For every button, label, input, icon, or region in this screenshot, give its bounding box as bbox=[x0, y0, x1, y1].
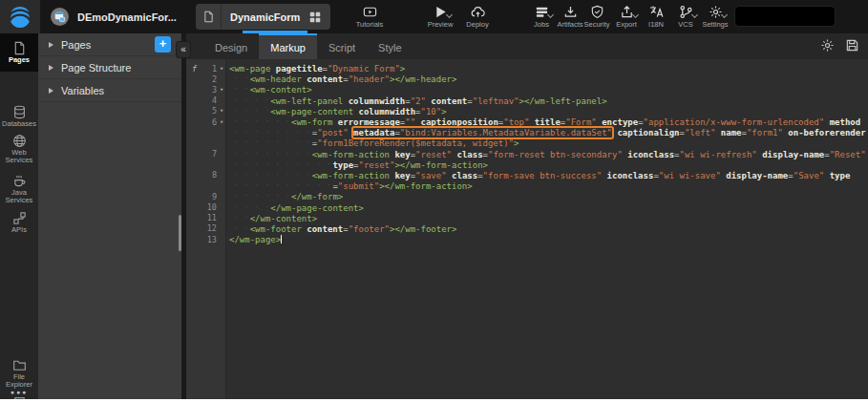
user-account-area[interactable] bbox=[734, 6, 836, 27]
gutter-cell[interactable]: 3▾ bbox=[186, 84, 226, 95]
gutter-cell[interactable] bbox=[186, 138, 226, 148]
gutter-cell[interactable]: 4 bbox=[186, 95, 226, 106]
code-token: "post" bbox=[317, 128, 349, 138]
gutter-cell[interactable]: 5▾ bbox=[186, 106, 226, 116]
gutter-cell[interactable]: 7 bbox=[186, 149, 226, 159]
code-token: "Dynamic Form" bbox=[328, 64, 400, 74]
code-line[interactable]: 6▾<wm-form errormessage="" captionpositi… bbox=[186, 116, 868, 127]
save-icon[interactable] bbox=[845, 38, 859, 53]
panel-scrollbar[interactable] bbox=[179, 215, 181, 251]
sidebar-item-java-services[interactable]: Java Services bbox=[0, 174, 38, 204]
code-line[interactable]: 10</wm-page-content> bbox=[186, 201, 868, 212]
code-token: content bbox=[307, 224, 343, 234]
code-line[interactable]: type="reset"></wm-form-action> bbox=[186, 159, 868, 170]
code-line[interactable]: 9</wm-form> bbox=[186, 191, 868, 201]
code-token: type bbox=[332, 160, 353, 170]
explorer-section-page-structure[interactable]: Page Structure bbox=[38, 56, 181, 79]
code-line[interactable]: 12<wm-footer content="footer"></wm-foote… bbox=[186, 223, 868, 234]
gutter-cell[interactable]: 11 bbox=[186, 213, 226, 223]
code-token: class bbox=[452, 171, 477, 180]
code-line[interactable]: 5▾<wm-page-content columnwidth="10"> bbox=[186, 106, 868, 116]
code-token: key bbox=[394, 150, 410, 159]
fold-arrow-icon[interactable]: ▾ bbox=[217, 65, 226, 73]
code-line[interactable]: 4<wm-left-panel columnwidth="2" content=… bbox=[186, 95, 868, 106]
code-text: <wm-form-action key="reset" class="form-… bbox=[226, 149, 866, 159]
code-token: "leftnav" bbox=[473, 96, 519, 106]
fold-arrow-icon[interactable]: ▾ bbox=[217, 118, 226, 126]
code-token: name bbox=[721, 128, 742, 138]
markup-settings-gear-icon[interactable] bbox=[820, 38, 835, 53]
code-line[interactable]: 7<wm-form-action key="reset" class="form… bbox=[186, 149, 868, 159]
code-line[interactable]: 13</wm-page> bbox=[186, 234, 868, 244]
sidebar-item-databases[interactable]: Databases bbox=[0, 105, 38, 128]
code-text: ="form1BeforeRender($metadata, widget)"> bbox=[226, 138, 519, 148]
export-icon bbox=[619, 5, 634, 19]
gutter-cell[interactable] bbox=[186, 159, 226, 170]
left-rail: ●●● PagesDatabasesWeb ServicesJava Servi… bbox=[0, 33, 38, 399]
add-page-button[interactable]: + bbox=[155, 36, 171, 53]
more-options-button[interactable]: ●●● bbox=[0, 389, 38, 395]
page-tab-dynamicform[interactable]: DynamicForm bbox=[196, 4, 330, 30]
sidebar-item-web-services[interactable]: Web Services bbox=[0, 134, 38, 164]
tutorials-button[interactable]: Tutorials bbox=[349, 5, 391, 32]
tab-markup[interactable]: Markup bbox=[259, 33, 317, 59]
jobs-icon bbox=[534, 5, 549, 19]
gutter-cell[interactable]: 10 bbox=[186, 201, 226, 212]
gutter-cell[interactable]: 6▾ bbox=[186, 116, 226, 127]
code-line[interactable]: ="submit"></wm-form-action> bbox=[186, 180, 868, 191]
code-text: <wm-left-panel columnwidth="2" content="… bbox=[226, 95, 607, 106]
explorer-section-variables[interactable]: Variables bbox=[38, 79, 181, 102]
code-line[interactable]: ="form1BeforeRender($metadata, widget)"> bbox=[186, 138, 868, 148]
text-cursor bbox=[281, 235, 282, 243]
tab-design[interactable]: Design bbox=[203, 33, 259, 59]
code-token: ></wm-form-action> bbox=[379, 181, 473, 191]
explorer-section-pages[interactable]: Pages+ bbox=[38, 33, 181, 56]
markup-code-editor[interactable]: f1▾<wm-page pagetitle="Dynamic Form">2<w… bbox=[186, 59, 868, 399]
sidebar-item-pages[interactable]: Pages bbox=[0, 33, 38, 72]
preview-button[interactable]: Preview bbox=[419, 5, 461, 32]
code-line[interactable]: 11</wm-content> bbox=[186, 213, 868, 223]
code-token: <wm-header bbox=[250, 74, 302, 84]
explorer-section-label: Page Structure bbox=[61, 62, 131, 74]
code-token: "form-reset btn-secondary" bbox=[488, 150, 623, 159]
gutter-cell[interactable]: 9 bbox=[186, 191, 226, 201]
indent-whitespace bbox=[229, 170, 312, 179]
settings-button[interactable]: Settings bbox=[694, 5, 736, 32]
fold-arrow-icon[interactable]: ▾ bbox=[217, 86, 226, 94]
caret-right-icon[interactable] bbox=[49, 65, 53, 71]
code-line[interactable]: f1▾<wm-page pagetitle="Dynamic Form"> bbox=[186, 63, 868, 74]
gutter-cell[interactable] bbox=[186, 127, 226, 138]
caret-right-icon[interactable] bbox=[49, 88, 53, 94]
indent-whitespace bbox=[229, 138, 312, 146]
tab-style[interactable]: Style bbox=[367, 33, 413, 59]
fold-arrow-icon[interactable]: ▾ bbox=[217, 107, 226, 115]
action-label: Settings bbox=[694, 20, 736, 29]
gutter-cell[interactable]: f1▾ bbox=[186, 63, 226, 74]
gutter-cell[interactable]: 12 bbox=[186, 223, 226, 234]
code-line[interactable]: ="post" metadata="bind:Variables.Metadat… bbox=[186, 127, 868, 138]
collapse-panel-button[interactable]: « bbox=[176, 41, 191, 58]
code-line[interactable]: 2<wm-header content="header"></wm-header… bbox=[186, 74, 868, 84]
gutter-cell[interactable]: 13 bbox=[186, 234, 226, 244]
deploy-button[interactable]: Deploy bbox=[456, 5, 498, 32]
caret-right-icon[interactable] bbox=[49, 42, 53, 48]
indent-whitespace bbox=[229, 191, 291, 200]
gutter-cell[interactable]: 2 bbox=[186, 74, 226, 84]
code-token: display-name bbox=[762, 150, 824, 159]
code-token: "reset" bbox=[415, 150, 452, 159]
grid-icon[interactable] bbox=[308, 11, 322, 24]
tab-script[interactable]: Script bbox=[317, 33, 367, 59]
gutter-cell[interactable] bbox=[186, 180, 226, 191]
wavemaker-logo[interactable] bbox=[0, 0, 40, 33]
sidebar-item-apis[interactable]: APIs bbox=[0, 211, 38, 234]
project-selector[interactable]: DEmoDynamicFor... bbox=[50, 0, 219, 33]
gear-icon bbox=[708, 5, 723, 19]
sidebar-item-file-explorer[interactable]: File Explorer bbox=[0, 358, 38, 389]
code-line[interactable]: 8<wm-form-action key="save" class="form-… bbox=[186, 170, 868, 180]
code-line[interactable]: 3▾<wm-content> bbox=[186, 84, 868, 95]
code-text: <wm-form errormessage="" captionposition… bbox=[226, 116, 860, 127]
indent-whitespace bbox=[229, 159, 332, 168]
gutter-cell[interactable]: 8 bbox=[186, 170, 226, 180]
code-text: ="submit"></wm-form-action> bbox=[226, 180, 473, 191]
code-token: content bbox=[431, 96, 467, 106]
